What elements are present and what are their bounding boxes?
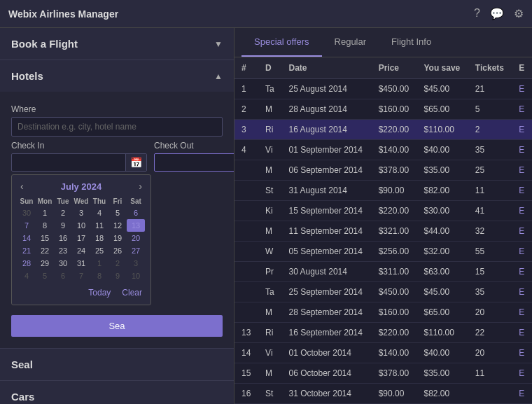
table-row[interactable]: Ta25 September 2014$450.00$45.0035E xyxy=(234,282,532,302)
calendar-day[interactable]: 2 xyxy=(108,257,127,270)
edit-link[interactable]: E xyxy=(519,125,524,134)
hotels-header[interactable]: Hotels ▲ xyxy=(0,60,234,92)
calendar-day[interactable]: 29 xyxy=(36,257,54,270)
calendar-day[interactable]: 8 xyxy=(36,219,54,232)
calendar-day[interactable]: 27 xyxy=(127,244,145,257)
calendar-day[interactable]: 21 xyxy=(18,244,36,257)
checkin-input[interactable]: 12 Jul 2024 xyxy=(12,154,125,171)
calendar-day[interactable]: 14 xyxy=(18,232,36,244)
calendar-day[interactable]: 10 xyxy=(72,219,90,232)
table-row[interactable]: 13Ri16 September 2014$220.00$110.0022E xyxy=(234,323,532,343)
table-row[interactable]: 3Ri16 August 2014$220.00$110.002E xyxy=(234,120,532,140)
calendar-day[interactable]: 11 xyxy=(90,219,108,232)
edit-link[interactable]: E xyxy=(519,84,524,94)
calendar-day[interactable]: 4 xyxy=(90,207,108,219)
where-input[interactable] xyxy=(11,117,223,137)
tab-regular[interactable]: Regular xyxy=(322,28,379,57)
table-row[interactable]: M06 September 2014$378.00$35.0025E xyxy=(234,160,532,181)
calendar-day[interactable]: 13 xyxy=(127,219,145,232)
calendar-day[interactable]: 2 xyxy=(54,207,72,219)
calendar-day[interactable]: 8 xyxy=(90,270,108,282)
calendar-day[interactable]: 15 xyxy=(36,232,54,244)
table-row[interactable]: 16St31 October 2014$90.00$82.00E xyxy=(234,384,532,404)
hotels-body: Where Check In 12 Jul 2024 📅 Check Out 1… xyxy=(0,92,234,348)
calendar-day[interactable]: 5 xyxy=(36,270,54,282)
table-row[interactable]: M28 September 2014$160.00$65.0020E xyxy=(234,302,532,323)
calendar-day[interactable]: 22 xyxy=(36,244,54,257)
cal-today-btn[interactable]: Today xyxy=(85,286,113,299)
calendar-day[interactable]: 20 xyxy=(127,232,145,244)
calendar-day[interactable]: 17 xyxy=(72,232,90,244)
calendar-day[interactable]: 19 xyxy=(108,232,127,244)
edit-link[interactable]: E xyxy=(519,145,524,155)
calendar-day[interactable]: 31 xyxy=(72,257,90,270)
table-cell-price: $220.00 xyxy=(372,120,417,140)
seal-item[interactable]: Seal xyxy=(0,349,234,381)
tab-flight-info[interactable]: Flight Info xyxy=(379,28,444,57)
calendar-grid: SunMonTueWedThuFriSat 301234567891011121… xyxy=(18,196,145,282)
calendar-day[interactable]: 1 xyxy=(90,257,108,270)
calendar-day[interactable]: 3 xyxy=(127,257,145,270)
checkin-calendar-icon[interactable]: 📅 xyxy=(125,154,146,171)
calendar-day[interactable]: 7 xyxy=(18,219,36,232)
cal-clear-btn[interactable]: Clear xyxy=(119,286,145,299)
cars-item[interactable]: Cars xyxy=(0,381,234,404)
calendar-day[interactable]: 23 xyxy=(54,244,72,257)
tab-special-offers[interactable]: Special offers xyxy=(241,28,322,57)
edit-link[interactable]: E xyxy=(519,246,524,256)
edit-link[interactable]: E xyxy=(519,206,524,216)
table-row[interactable]: St31 August 2014$90.00$82.0011E xyxy=(234,181,532,201)
calendar-day[interactable]: 9 xyxy=(54,219,72,232)
help-icon[interactable]: ? xyxy=(474,7,480,20)
table-row[interactable]: W05 September 2014$256.00$32.0055E xyxy=(234,242,532,262)
calendar-day[interactable]: 16 xyxy=(54,232,72,244)
table-cell-num xyxy=(234,302,258,323)
calendar-day[interactable]: 6 xyxy=(127,207,145,219)
calendar-day[interactable]: 4 xyxy=(18,270,36,282)
edit-link[interactable]: E xyxy=(519,165,524,175)
checkout-input[interactable]: 13 Jul 2024 xyxy=(155,154,234,171)
table-row[interactable]: M11 September 2014$321.00$44.0032E xyxy=(234,221,532,242)
edit-link[interactable]: E xyxy=(519,389,524,398)
edit-link[interactable]: E xyxy=(519,186,524,195)
table-cell-date: 01 September 2014 xyxy=(282,140,372,160)
table-row[interactable]: 14Vi01 October 2014$140.00$40.0020E xyxy=(234,343,532,363)
table-row[interactable]: Ki15 September 2014$220.00$30.0041E xyxy=(234,201,532,221)
table-cell-date: 11 September 2014 xyxy=(282,221,372,242)
calendar-day[interactable]: 6 xyxy=(54,270,72,282)
cars-label: Cars xyxy=(11,391,34,403)
calendar-day[interactable]: 25 xyxy=(90,244,108,257)
calendar-day[interactable]: 1 xyxy=(36,207,54,219)
cal-next-btn[interactable]: › xyxy=(136,181,145,192)
calendar-day[interactable]: 7 xyxy=(72,270,90,282)
calendar-day[interactable]: 30 xyxy=(18,207,36,219)
table-row[interactable]: 15M06 October 2014$378.00$35.0011E xyxy=(234,363,532,384)
chat-icon[interactable]: 💬 xyxy=(490,7,504,20)
table-row[interactable]: 2M28 August 2014$160.00$65.005E xyxy=(234,99,532,120)
calendar-day[interactable]: 26 xyxy=(108,244,127,257)
edit-link[interactable]: E xyxy=(519,104,524,114)
edit-link[interactable]: E xyxy=(519,267,524,277)
calendar-day[interactable]: 30 xyxy=(54,257,72,270)
cal-prev-btn[interactable]: ‹ xyxy=(18,181,27,192)
table-row[interactable]: 1Ta25 August 2014$450.00$45.0021E xyxy=(234,79,532,99)
book-flight-header[interactable]: Book a Flight ▼ xyxy=(0,28,234,60)
calendar-day[interactable]: 10 xyxy=(127,270,145,282)
calendar-day[interactable]: 18 xyxy=(90,232,108,244)
calendar-day[interactable]: 24 xyxy=(72,244,90,257)
search-button[interactable]: Sea xyxy=(11,315,223,337)
calendar-day[interactable]: 28 xyxy=(18,257,36,270)
edit-link[interactable]: E xyxy=(519,328,524,337)
calendar-day[interactable]: 5 xyxy=(108,207,127,219)
calendar-day[interactable]: 3 xyxy=(72,207,90,219)
edit-link[interactable]: E xyxy=(519,226,524,236)
settings-icon[interactable]: ⚙ xyxy=(514,7,524,20)
edit-link[interactable]: E xyxy=(519,287,524,297)
edit-link[interactable]: E xyxy=(519,307,524,317)
calendar-day[interactable]: 12 xyxy=(108,219,127,232)
calendar-day[interactable]: 9 xyxy=(108,270,127,282)
table-row[interactable]: 4Vi01 September 2014$140.00$40.0035E xyxy=(234,140,532,160)
table-row[interactable]: Pr30 August 2014$311.00$63.0015E xyxy=(234,262,532,282)
edit-link[interactable]: E xyxy=(519,348,524,358)
edit-link[interactable]: E xyxy=(519,368,524,378)
